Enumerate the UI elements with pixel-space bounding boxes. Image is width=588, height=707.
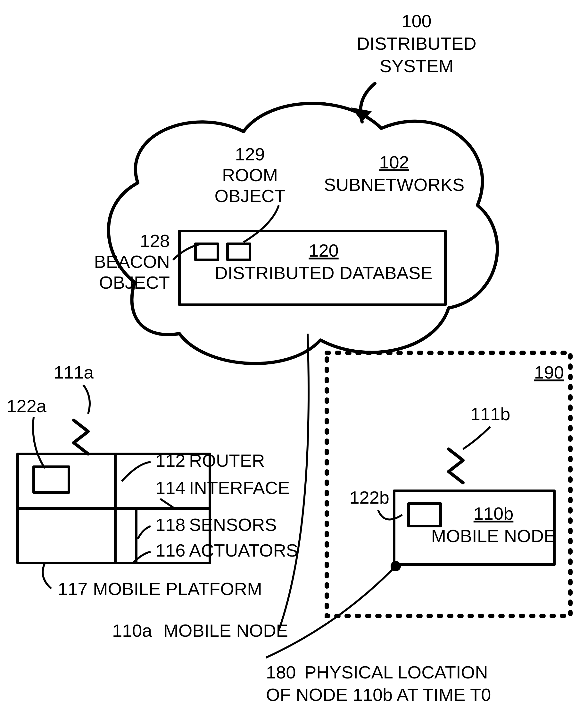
- ant-a-leader: [83, 385, 90, 414]
- room-object-rect: [227, 244, 250, 260]
- nodeA-ref: 110a: [112, 620, 152, 641]
- router-leader: [122, 462, 151, 481]
- loc-name2: OF NODE 110b AT TIME T0: [266, 684, 491, 705]
- db-box: 120 DISTRIBUTED DATABASE: [179, 231, 445, 305]
- ant-b-leader: [463, 427, 490, 449]
- sens-name: SENSORS: [189, 514, 277, 535]
- sens-leader: [138, 526, 151, 539]
- beacon-leader: [173, 244, 202, 260]
- local-a-rect: [34, 467, 69, 493]
- antenna-a-icon: [74, 420, 88, 454]
- system-name2: SYSTEM: [380, 56, 453, 76]
- room-obj-ref: 129: [235, 144, 265, 164]
- ant-b-ref: 111b: [470, 404, 510, 424]
- router-name: ROUTER: [189, 450, 265, 471]
- local-b-rect: [409, 504, 441, 526]
- local-a-leader: [33, 417, 45, 468]
- iface-leader: [160, 499, 175, 508]
- room-obj-name2: OBJECT: [215, 186, 286, 206]
- iface-ref: 114: [155, 478, 185, 498]
- plat-ref: 117: [58, 579, 87, 599]
- act-name: ACTUATORS: [189, 540, 298, 561]
- ant-a-ref: 111a: [54, 362, 94, 382]
- subnet-name: SUBNETWORKS: [324, 174, 465, 195]
- room-obj-name1: ROOM: [222, 165, 278, 185]
- local-a-ref: 122a: [6, 396, 46, 416]
- db-name: DISTRIBUTED DATABASE: [215, 263, 432, 283]
- act-ref: 116: [155, 540, 185, 561]
- subnet-ref: 102: [379, 152, 409, 172]
- local-b-leader: [378, 510, 402, 519]
- plat-leader: [43, 563, 51, 588]
- node-b: 110b MOBILE NODE: [394, 491, 556, 565]
- beacon-name1: BEACON: [94, 251, 170, 272]
- room-leader: [244, 205, 279, 242]
- loc-ref: 180: [266, 662, 296, 682]
- room-ref: 190: [534, 362, 564, 382]
- nodeA-name: MOBILE NODE: [163, 620, 288, 641]
- beacon-ref: 128: [140, 231, 170, 251]
- antenna-b-icon: [449, 449, 463, 483]
- nodeB-name: MOBILE NODE: [431, 526, 556, 546]
- plat-name: MOBILE PLATFORM: [93, 579, 262, 599]
- room-190: [327, 353, 571, 616]
- iface-name: INTERFACE: [189, 478, 290, 498]
- local-b-ref: 122b: [349, 487, 389, 507]
- db-ref: 120: [308, 240, 338, 261]
- sens-ref: 118: [155, 514, 185, 535]
- beacon-object-rect: [195, 244, 218, 260]
- nodeB-ref: 110b: [474, 503, 514, 524]
- system-name1: DISTRIBUTED: [357, 33, 476, 54]
- diagram-canvas: 100 DISTRIBUTED SYSTEM 102 SUBNETWORKS 1…: [0, 0, 588, 707]
- router-ref: 112: [155, 450, 185, 471]
- system-ref: 100: [402, 11, 431, 31]
- beacon-name2: OBJECT: [99, 272, 170, 293]
- loc-name1: PHYSICAL LOCATION: [304, 662, 488, 682]
